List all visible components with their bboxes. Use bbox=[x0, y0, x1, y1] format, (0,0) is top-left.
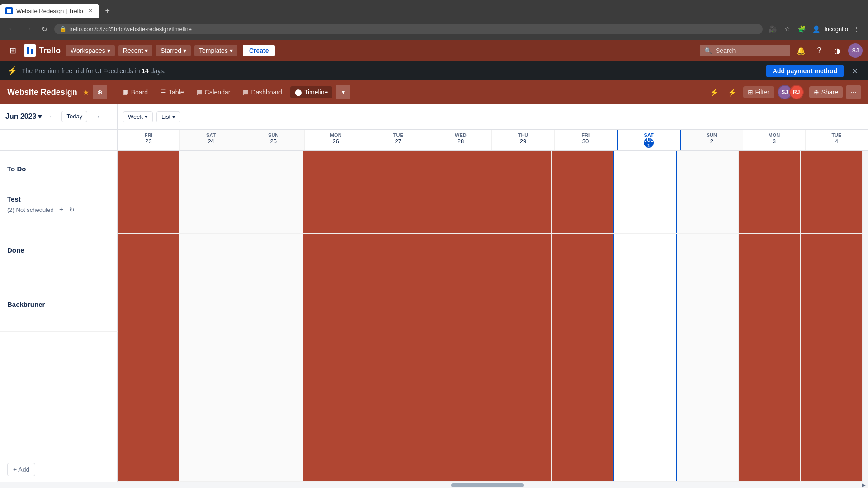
grid-cell bbox=[303, 151, 365, 233]
notification-icon[interactable]: 🔔 bbox=[794, 43, 808, 58]
board-view-button[interactable]: ▦ Board bbox=[118, 86, 152, 98]
board-icon: ▦ bbox=[123, 89, 129, 96]
day-columns-header: FRI 23 SAT 24 SUN 25 MON 26 TUE 27 bbox=[118, 130, 868, 150]
refresh-button[interactable]: ↻ bbox=[38, 23, 51, 35]
grid-cell bbox=[241, 316, 303, 399]
view-mode-controls: Week ▾ List ▾ bbox=[118, 104, 868, 129]
horizontal-scrollbar[interactable] bbox=[118, 482, 859, 488]
more-actions-button[interactable]: ··· bbox=[846, 85, 861, 99]
filter-button[interactable]: ⊞ Filter bbox=[743, 86, 774, 98]
templates-menu[interactable]: Templates ▾ bbox=[194, 45, 237, 56]
board-header: Website Redesign ★ ⊕ ▦ Board ☰ Table ▦ C… bbox=[0, 80, 868, 104]
grid-cell bbox=[677, 399, 739, 481]
day-col-29: THU 29 bbox=[492, 130, 554, 150]
timeline-view-button[interactable]: ⬤ Timeline bbox=[290, 86, 332, 98]
power-ups-icon[interactable]: ⚡ bbox=[725, 85, 740, 99]
table-view-button[interactable]: ☰ Table bbox=[156, 86, 188, 98]
active-tab[interactable]: Website Redesign | Trello ✕ bbox=[0, 4, 99, 18]
scrollbar-left-spacer bbox=[0, 482, 118, 488]
theme-icon[interactable]: ◑ bbox=[830, 43, 844, 58]
calendar-view-button[interactable]: ▦ Calendar bbox=[192, 86, 235, 98]
camera-icon[interactable]: 🎥 bbox=[766, 23, 779, 35]
day-col-26: MON 26 bbox=[305, 130, 367, 150]
today-button[interactable]: Today bbox=[61, 111, 87, 122]
tab-close-button[interactable]: ✕ bbox=[87, 7, 94, 14]
grid-cell bbox=[365, 151, 427, 233]
trello-app: ⊞ Trello Workspaces ▾ Recent ▾ Starred ▾… bbox=[0, 40, 868, 488]
grid-cell bbox=[427, 234, 489, 316]
current-date-label[interactable]: Jun 2023 ▾ bbox=[5, 112, 42, 121]
user-avatar[interactable]: SJ bbox=[848, 43, 863, 58]
day-col-25: SUN 25 bbox=[242, 130, 305, 150]
expand-views-button[interactable]: ▾ bbox=[336, 85, 350, 99]
next-date-button[interactable]: → bbox=[91, 110, 104, 123]
dashboard-view-button[interactable]: ▤ Dashboard bbox=[238, 86, 287, 98]
browser-nav-icons: 🎥 ☆ 🧩 👤 Incognito ⋮ bbox=[766, 23, 863, 35]
add-card-button[interactable]: + bbox=[57, 205, 66, 215]
create-button[interactable]: Create bbox=[243, 45, 275, 56]
profile-icon[interactable]: 👤 bbox=[810, 23, 822, 35]
grid-cell bbox=[489, 399, 551, 481]
new-tab-button[interactable]: + bbox=[101, 5, 114, 17]
more-options-icon[interactable]: ⋮ bbox=[850, 23, 863, 35]
automation-icon[interactable]: ⚡ bbox=[707, 85, 722, 99]
timeline-left-header: Jun 2023 ▾ ← Today → bbox=[0, 104, 118, 129]
help-icon[interactable]: ? bbox=[812, 43, 826, 58]
chevron-down-icon: ▾ bbox=[183, 47, 186, 54]
add-list-area: + Add bbox=[0, 457, 117, 482]
week-view-button[interactable]: Week ▾ bbox=[123, 111, 153, 122]
extensions-icon[interactable]: 🧩 bbox=[795, 23, 808, 35]
filter-icon: ⊞ bbox=[748, 89, 753, 96]
apps-grid-icon[interactable]: ⊞ bbox=[5, 43, 20, 58]
grid-cell bbox=[118, 316, 179, 399]
star-board-icon[interactable]: ★ bbox=[83, 88, 89, 97]
member-avatar-rj[interactable]: RJ bbox=[789, 85, 804, 99]
star-icon[interactable]: ☆ bbox=[781, 23, 793, 35]
grid-cell-today bbox=[613, 316, 677, 399]
grid-cell bbox=[677, 234, 739, 316]
chevron-down-icon: ▾ bbox=[107, 47, 110, 54]
address-bar[interactable]: 🔒 trello.com/b/lzcfSh4q/website-redesign… bbox=[54, 24, 763, 34]
board-visibility-button[interactable]: ⊕ bbox=[93, 85, 107, 99]
tab-bar: Website Redesign | Trello ✕ + bbox=[0, 0, 868, 18]
lock-icon: 🔒 bbox=[60, 26, 66, 32]
dashboard-icon: ▤ bbox=[243, 89, 249, 96]
forward-button[interactable]: → bbox=[22, 23, 34, 35]
grid-cell bbox=[552, 316, 613, 399]
grid-cell bbox=[739, 316, 801, 399]
chevron-down-icon: ▾ bbox=[38, 112, 42, 121]
workspaces-menu[interactable]: Workspaces ▾ bbox=[66, 45, 115, 56]
grid-cell bbox=[179, 151, 241, 233]
day-col-4: TUE 4 bbox=[806, 130, 868, 150]
vertical-scrollbar[interactable] bbox=[863, 151, 868, 482]
add-payment-button[interactable]: Add payment method bbox=[766, 65, 844, 77]
grid-cell bbox=[801, 316, 863, 399]
add-list-button[interactable]: + Add bbox=[7, 463, 35, 476]
grid-cell-today bbox=[613, 399, 677, 481]
expand-not-scheduled-icon[interactable]: ↻ bbox=[69, 206, 75, 213]
list-view-button[interactable]: List ▾ bbox=[156, 111, 180, 122]
grid-row-backbruner bbox=[118, 399, 863, 482]
back-button[interactable]: ← bbox=[5, 23, 18, 35]
chevron-down-icon: ▾ bbox=[230, 47, 233, 54]
banner-close-button[interactable]: ✕ bbox=[848, 65, 861, 77]
grid-cell bbox=[801, 151, 863, 233]
grid-cell bbox=[677, 316, 739, 399]
prev-date-button[interactable]: ← bbox=[45, 110, 58, 123]
day-col-28: WED 28 bbox=[429, 130, 492, 150]
day-col-24: SAT 24 bbox=[180, 130, 242, 150]
starred-menu[interactable]: Starred ▾ bbox=[156, 45, 191, 56]
scroll-right-button[interactable]: ▶ bbox=[859, 482, 868, 488]
separator bbox=[113, 87, 113, 98]
browser-window: Website Redesign | Trello ✕ + ← → ↻ 🔒 tr… bbox=[0, 0, 868, 40]
grid-cell bbox=[118, 399, 179, 481]
incognito-label: Incognito bbox=[824, 26, 848, 33]
trello-logo[interactable]: Trello bbox=[24, 44, 61, 57]
search-bar[interactable]: 🔍 Search bbox=[700, 45, 790, 56]
day-col-3: MON 3 bbox=[743, 130, 806, 150]
recent-menu[interactable]: Recent ▾ bbox=[118, 45, 152, 56]
timeline-body: To Do Test (2) Not scheduled + ↻ Done bbox=[0, 151, 868, 482]
scrollbar-thumb[interactable] bbox=[451, 483, 524, 487]
share-button[interactable]: ⊕ Share bbox=[809, 86, 843, 98]
premium-banner: ⚡ The Premium free trial for UI Feed end… bbox=[0, 61, 868, 80]
